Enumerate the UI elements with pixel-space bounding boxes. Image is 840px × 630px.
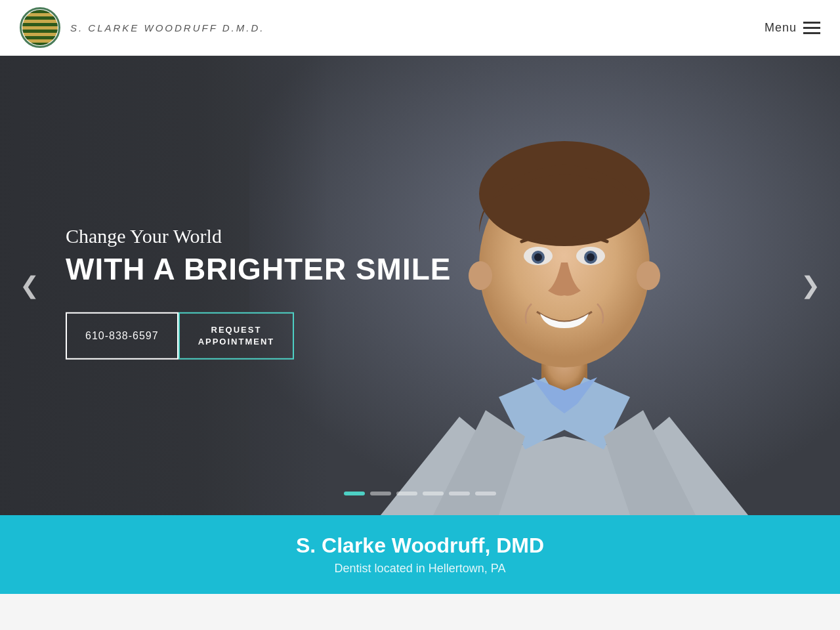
hero-buttons: 610-838-6597 REQUEST APPOINTMENT xyxy=(66,312,451,359)
carousel-dot-3[interactable] xyxy=(396,492,417,495)
logo-icon xyxy=(20,7,60,48)
svg-point-12 xyxy=(587,253,595,261)
menu-label: Menu xyxy=(765,21,797,35)
doctor-location: Dentist located in Hellertown, PA xyxy=(13,562,827,576)
hamburger-icon[interactable] xyxy=(803,22,820,34)
doctor-name: S. Clarke Woodruff, DMD xyxy=(13,534,827,558)
info-bar: S. Clarke Woodruff, DMD Dentist located … xyxy=(0,515,840,594)
logo-area: S. CLARKE WOODRUFF D.M.D. xyxy=(20,7,264,48)
carousel-next-button[interactable]: ❯ xyxy=(794,265,827,306)
request-appointment-button[interactable]: REQUEST APPOINTMENT xyxy=(178,312,295,359)
logo-text: S. CLARKE WOODRUFF D.M.D. xyxy=(70,22,264,33)
hero-content: Change Your World WITH A BRIGHTER SMILE … xyxy=(66,225,451,360)
appointment-line2: APPOINTMENT xyxy=(198,337,275,346)
carousel-dot-6[interactable] xyxy=(475,492,496,495)
carousel-dot-4[interactable] xyxy=(423,492,444,495)
nav-menu[interactable]: Menu xyxy=(765,21,820,35)
hero-title: WITH A BRIGHTER SMILE xyxy=(66,253,451,286)
carousel-dots xyxy=(344,492,496,495)
carousel-dot-5[interactable] xyxy=(449,492,470,495)
site-header: S. CLARKE WOODRUFF D.M.D. Menu xyxy=(0,0,840,56)
phone-button[interactable]: 610-838-6597 xyxy=(66,312,178,359)
carousel-dot-2[interactable] xyxy=(370,492,391,495)
bottom-section xyxy=(0,594,840,630)
carousel-dot-1[interactable] xyxy=(344,492,365,495)
svg-point-5 xyxy=(469,261,492,290)
carousel-prev-button[interactable]: ❮ xyxy=(13,265,46,306)
svg-point-6 xyxy=(637,261,660,290)
svg-point-11 xyxy=(534,253,542,261)
hero-section: Change Your World WITH A BRIGHTER SMILE … xyxy=(0,56,840,515)
appointment-line1: REQUEST xyxy=(211,324,262,334)
hero-subtitle: Change Your World xyxy=(66,225,451,247)
